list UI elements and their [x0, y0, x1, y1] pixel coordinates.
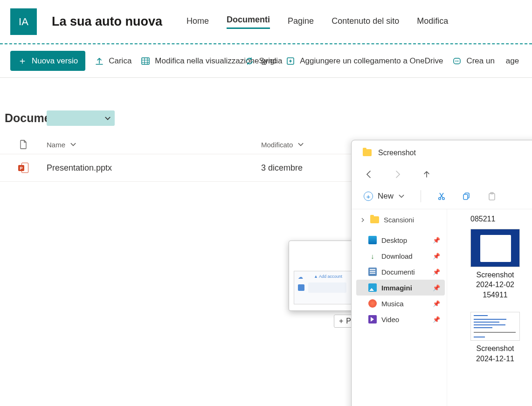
- col-modified-label: Modificato: [261, 141, 293, 149]
- agent-icon: [452, 56, 462, 66]
- chevron-down-icon: [104, 115, 111, 122]
- svg-rect-8: [463, 194, 468, 200]
- tree-item-label: Documenti: [381, 268, 415, 276]
- svg-point-6: [442, 198, 445, 200]
- drag-preview: ☁ ▲ Add account: [289, 241, 360, 311]
- file-name[interactable]: Presentation.pptx: [47, 163, 261, 173]
- chevron-down-icon: [398, 193, 405, 200]
- forward-button[interactable]: [393, 170, 403, 179]
- tree-item-label: Scansioni: [384, 216, 414, 224]
- site-title: La sua auto nuova: [52, 14, 162, 29]
- sync-icon: [245, 56, 254, 66]
- thumb-caption: Screenshot 2024-12-11: [470, 344, 520, 364]
- chevron-down-icon: [297, 141, 304, 148]
- svg-rect-9: [489, 193, 495, 200]
- plus-circle-icon: +: [364, 192, 373, 201]
- svg-point-3: [456, 60, 456, 61]
- create-agent-tail: age: [506, 56, 519, 66]
- tree-item-label: Immagini: [381, 284, 412, 292]
- pin-icon: 📌: [433, 300, 440, 307]
- sync-button[interactable]: Sync: [245, 56, 276, 66]
- images-icon: [368, 283, 377, 292]
- copy-icon[interactable]: [462, 192, 471, 201]
- add-onedrive-label: Aggiungere un collegamento a OneDrive: [300, 56, 443, 66]
- chevron-down-icon: [70, 141, 76, 148]
- folder-icon: [363, 149, 372, 156]
- screenshot-thumbnail-icon: [470, 312, 520, 341]
- explorer-file-pane[interactable]: 085211 Screenshot 2024-12-02 154911: [447, 209, 532, 406]
- separator: [421, 190, 421, 202]
- download-icon: ↓: [368, 252, 377, 260]
- svg-rect-0: [142, 58, 149, 64]
- paste-icon[interactable]: [487, 192, 497, 201]
- tree-item-label: Video: [381, 316, 399, 323]
- quick-documents[interactable]: Documenti 📌: [356, 264, 445, 280]
- nav-documents[interactable]: Documenti: [227, 15, 270, 29]
- pin-icon: 📌: [433, 237, 440, 244]
- thumb-caption: Screenshot 2024-12-02 154911: [470, 270, 520, 300]
- svg-point-5: [439, 198, 441, 200]
- library-heading[interactable]: Documenti 00B B: [4, 110, 532, 126]
- cut-icon[interactable]: [437, 192, 446, 201]
- tree-item-label: Desktop: [381, 236, 407, 244]
- file-modified: 3 dicembre: [261, 163, 345, 173]
- command-bar: ＋ Nuova versio Carica Modifica nella vis…: [0, 44, 532, 78]
- powerpoint-icon: P: [18, 163, 28, 173]
- add-onedrive-button[interactable]: Aggiungere un collegamento a OneDrive: [286, 56, 443, 66]
- pin-icon: 📌: [433, 268, 440, 275]
- top-nav: Home Documenti Pagine Contenuto del sito…: [187, 15, 448, 29]
- pin-icon: 📌: [433, 253, 440, 260]
- screenshot-thumbnail-icon: [470, 229, 520, 267]
- chevron-right-icon: [360, 217, 366, 223]
- explorer-new-button[interactable]: + New: [364, 192, 405, 201]
- pin-icon: 📌: [433, 316, 440, 323]
- nav-pages[interactable]: Pagine: [288, 16, 314, 29]
- upload-icon: [95, 56, 104, 66]
- col-type-icon[interactable]: [0, 140, 47, 149]
- create-agent-label: Crea un: [466, 56, 494, 66]
- explorer-tree: Scansioni Desktop 📌 ↓Download 📌 Document…: [352, 209, 447, 406]
- file-thumbnail[interactable]: Screenshot 2024-12-11: [470, 304, 520, 364]
- new-button-label: Nuova versio: [32, 56, 78, 66]
- col-name-label: Name: [47, 141, 65, 149]
- nav-home[interactable]: Home: [187, 16, 209, 29]
- tree-item-label: Musica: [381, 300, 404, 308]
- plus-icon: ＋: [18, 55, 27, 67]
- nav-site-contents[interactable]: Contenuto del sito: [332, 16, 399, 29]
- upload-button[interactable]: Carica: [95, 56, 131, 66]
- col-name[interactable]: Name: [47, 141, 261, 149]
- col-modified[interactable]: Modificato: [261, 141, 345, 149]
- file-thumbnail[interactable]: Screenshot 2024-12-02 154911: [470, 229, 520, 300]
- quick-desktop[interactable]: Desktop 📌: [356, 232, 445, 248]
- new-button[interactable]: ＋ Nuova versio: [10, 51, 85, 71]
- tree-item-scansioni[interactable]: Scansioni: [356, 213, 445, 232]
- pin-icon: 📌: [433, 284, 440, 291]
- back-button[interactable]: [364, 170, 374, 179]
- explorer-title: Screenshot: [378, 149, 416, 157]
- quick-video[interactable]: Video 📌: [356, 311, 445, 327]
- documents-icon: [368, 268, 377, 276]
- svg-rect-2: [454, 58, 460, 64]
- svg-point-4: [457, 60, 458, 61]
- up-button[interactable]: [421, 170, 432, 179]
- thumb-caption: 085211: [470, 214, 495, 224]
- video-icon: [368, 315, 377, 323]
- upload-label: Carica: [109, 56, 131, 66]
- folder-icon: [370, 216, 379, 223]
- quick-download[interactable]: ↓Download 📌: [356, 248, 445, 264]
- music-icon: [368, 299, 377, 308]
- tree-item-label: Download: [381, 252, 413, 260]
- grid-icon: [141, 56, 150, 66]
- quick-music[interactable]: Musica 📌: [356, 296, 445, 311]
- site-logo[interactable]: IA: [10, 8, 37, 35]
- explorer-new-label: New: [378, 192, 394, 201]
- sync-label: Sync: [259, 56, 276, 66]
- create-agent-button[interactable]: Crea un age: [452, 56, 519, 66]
- cloud-icon: ☁: [298, 274, 303, 280]
- file-explorer-window[interactable]: Screenshot ✕ + New: [351, 140, 532, 406]
- nav-edit[interactable]: Modifica: [417, 16, 448, 29]
- desktop-icon: [368, 236, 377, 244]
- drag-add-account: ▲ Add account: [314, 274, 342, 279]
- quick-images[interactable]: Immagini 📌: [356, 280, 445, 296]
- onedrive-icon: [286, 56, 295, 66]
